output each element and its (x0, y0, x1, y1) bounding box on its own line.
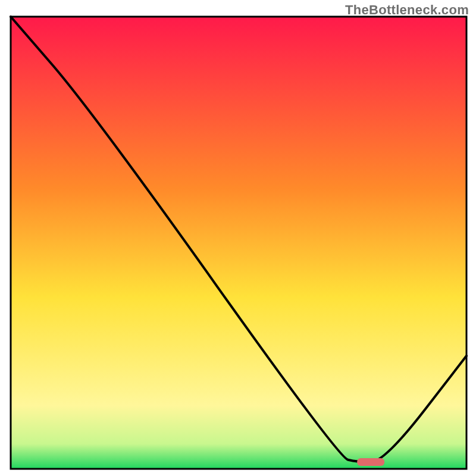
bottleneck-chart (0, 0, 476, 476)
watermark-text: TheBottleneck.com (345, 2, 469, 18)
gradient-area (11, 17, 466, 469)
chart-container: { "watermark": "TheBottleneck.com", "col… (0, 0, 476, 476)
optimal-marker (357, 458, 384, 466)
